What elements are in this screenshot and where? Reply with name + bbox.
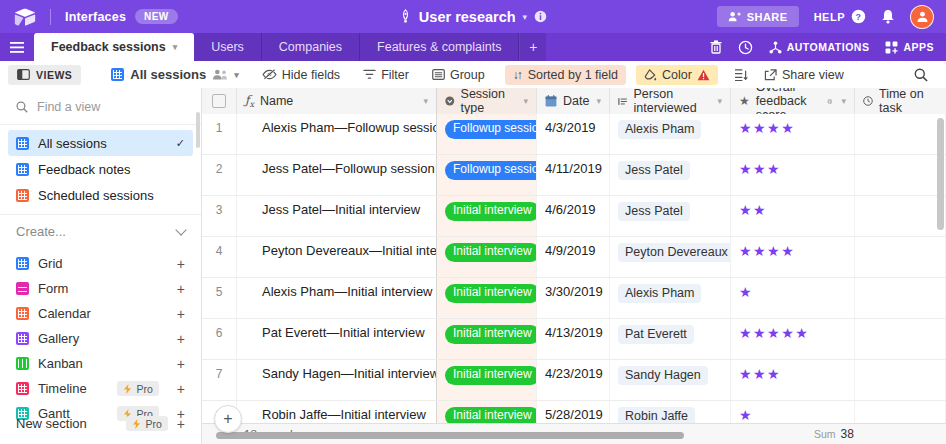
tab-users[interactable]: Users bbox=[194, 33, 262, 61]
cell-person-interviewed[interactable]: Jess Patel bbox=[610, 155, 731, 195]
user-avatar[interactable] bbox=[910, 5, 934, 29]
cell-person-interviewed[interactable]: Peyton Devereaux bbox=[610, 237, 731, 277]
cell-feedback-score[interactable]: ★★★★ bbox=[731, 237, 855, 277]
find-a-view[interactable]: Find a view bbox=[0, 95, 201, 125]
help-button[interactable]: HELP ? bbox=[814, 9, 866, 24]
sidebar-view-item[interactable]: All sessions ✓ bbox=[8, 130, 193, 156]
sidebar-view-item[interactable]: Feedback notes bbox=[8, 156, 193, 182]
tab-caret-icon[interactable]: ▾ bbox=[173, 42, 178, 52]
cell-name[interactable]: Peyton Devereaux—Initial interview bbox=[237, 237, 437, 277]
cell-person-interviewed[interactable]: Sandy Hagen bbox=[610, 360, 731, 400]
cell-time-on-task[interactable] bbox=[855, 114, 946, 154]
create-view-item[interactable]: Calendar + bbox=[0, 301, 201, 326]
column-caret-icon[interactable]: ▾ bbox=[423, 96, 428, 106]
cell-session-type[interactable]: Initial interview bbox=[437, 401, 537, 424]
star-rating[interactable]: ★★★ bbox=[739, 366, 781, 382]
add-table-button[interactable]: + bbox=[520, 33, 546, 61]
table-row[interactable]: 6 Pat Everett—Initial interview Initial … bbox=[202, 319, 946, 360]
cell-name[interactable]: Pat Everett—Initial interview bbox=[237, 319, 437, 359]
trash-icon[interactable] bbox=[710, 40, 722, 54]
cell-time-on-task[interactable] bbox=[855, 155, 946, 195]
tab-companies[interactable]: Companies bbox=[262, 33, 360, 61]
cell-person-interviewed[interactable]: Alexis Pham bbox=[610, 114, 731, 154]
cell-time-on-task[interactable] bbox=[855, 401, 946, 424]
cell-session-type[interactable]: Initial interview bbox=[437, 196, 537, 236]
cell-feedback-score[interactable]: ★★★ bbox=[731, 155, 855, 195]
color-button[interactable]: Color bbox=[636, 65, 718, 85]
column-header-person-interviewed[interactable]: Person interviewed ▾ bbox=[610, 88, 731, 114]
base-title[interactable]: User research bbox=[419, 9, 516, 25]
cell-person-interviewed[interactable]: Jess Patel bbox=[610, 196, 731, 236]
cell-session-type[interactable]: Initial interview bbox=[437, 319, 537, 359]
cell-name[interactable]: Alexis Pham—Followup session bbox=[237, 114, 437, 154]
cell-date[interactable]: 3/30/2019 bbox=[537, 278, 610, 318]
create-view-item[interactable]: Grid + bbox=[0, 251, 201, 276]
cell-feedback-score[interactable]: ★ bbox=[731, 278, 855, 318]
star-rating[interactable]: ★★★★★ bbox=[739, 325, 809, 341]
column-header-time-on-task[interactable]: Time on task bbox=[855, 88, 946, 114]
apps-button[interactable]: APPS bbox=[885, 41, 934, 54]
cell-name[interactable]: Alexis Pham—Initial interview bbox=[237, 278, 437, 318]
create-view-item[interactable]: Kanban + bbox=[0, 351, 201, 376]
cell-person-interviewed[interactable]: Robin Jaffe bbox=[610, 401, 731, 424]
star-rating[interactable]: ★ bbox=[739, 407, 753, 423]
cell-name[interactable]: Robin Jaffe—Initial interview bbox=[237, 401, 437, 424]
sidebar-scrollbar[interactable] bbox=[196, 112, 200, 148]
column-header-session-type[interactable]: Session type ▾ bbox=[437, 88, 537, 114]
hamburger-icon[interactable] bbox=[0, 33, 34, 61]
select-all-checkbox[interactable] bbox=[212, 94, 226, 108]
tab-feedback-sessions[interactable]: Feedback sessions▾ bbox=[34, 33, 194, 61]
share-button[interactable]: SHARE bbox=[717, 6, 799, 27]
interfaces-label[interactable]: Interfaces bbox=[65, 10, 126, 24]
cell-feedback-score[interactable]: ★★ bbox=[731, 196, 855, 236]
add-record-button[interactable]: + bbox=[214, 405, 242, 433]
create-view-item[interactable]: Timeline Pro + bbox=[0, 376, 201, 401]
cell-session-type[interactable]: Followup session bbox=[437, 114, 537, 154]
column-caret-icon[interactable]: ▾ bbox=[717, 96, 722, 106]
view-switcher[interactable]: All sessions ▾ bbox=[111, 67, 238, 82]
column-caret-icon[interactable]: ▾ bbox=[841, 96, 846, 106]
cell-session-type[interactable]: Initial interview bbox=[437, 237, 537, 277]
add-section-icon[interactable]: + bbox=[177, 417, 185, 431]
search-button[interactable] bbox=[914, 68, 928, 82]
column-header-name[interactable]: ƒx Name ▾ bbox=[237, 88, 437, 114]
table-row[interactable]: 5 Alexis Pham—Initial interview Initial … bbox=[202, 278, 946, 319]
table-row[interactable]: 3 Jess Patel—Initial interview Initial i… bbox=[202, 196, 946, 237]
column-header-overall-feedback-score[interactable]: ★ Overall feedback score ▾ bbox=[731, 88, 855, 114]
cell-name[interactable]: Jess Patel—Followup session bbox=[237, 155, 437, 195]
views-toggle-button[interactable]: VIEWS bbox=[8, 65, 81, 85]
row-height-button[interactable] bbox=[734, 69, 748, 81]
table-row[interactable]: 4 Peyton Devereaux—Initial interview Ini… bbox=[202, 237, 946, 278]
column-caret-icon[interactable]: ▾ bbox=[523, 96, 528, 106]
airtable-logo[interactable] bbox=[14, 8, 36, 26]
table-row[interactable]: 7 Sandy Hagen—Initial interview Initial … bbox=[202, 360, 946, 401]
add-view-icon[interactable]: + bbox=[177, 257, 185, 271]
cell-date[interactable]: 4/6/2019 bbox=[537, 196, 610, 236]
group-button[interactable]: Group bbox=[432, 68, 485, 82]
cell-feedback-score[interactable]: ★ bbox=[731, 401, 855, 424]
cell-feedback-score[interactable]: ★★★ bbox=[731, 360, 855, 400]
cell-date[interactable]: 5/28/2019 bbox=[537, 401, 610, 424]
cell-time-on-task[interactable] bbox=[855, 196, 946, 236]
horizontal-scrollbar[interactable] bbox=[216, 432, 684, 439]
cell-date[interactable]: 4/9/2019 bbox=[537, 237, 610, 277]
table-row[interactable]: 2 Jess Patel—Followup session Followup s… bbox=[202, 155, 946, 196]
bell-icon[interactable] bbox=[881, 9, 895, 24]
add-view-icon[interactable]: + bbox=[177, 382, 185, 396]
select-all-cell[interactable] bbox=[202, 88, 237, 114]
create-view-item[interactable]: Gallery + bbox=[0, 326, 201, 351]
cell-time-on-task[interactable] bbox=[855, 237, 946, 277]
create-section-toggle[interactable]: Create... bbox=[0, 215, 201, 241]
star-rating[interactable]: ★ bbox=[739, 284, 753, 300]
add-view-icon[interactable]: + bbox=[177, 307, 185, 321]
add-view-icon[interactable]: + bbox=[177, 357, 185, 371]
score-summary[interactable]: Sum 38 bbox=[814, 424, 854, 444]
cell-feedback-score[interactable]: ★★★★★ bbox=[731, 319, 855, 359]
new-section-button[interactable]: New section Pro + bbox=[0, 416, 201, 431]
vertical-scrollbar[interactable] bbox=[937, 118, 944, 230]
share-view-button[interactable]: Share view bbox=[764, 68, 844, 82]
info-icon[interactable] bbox=[534, 10, 547, 23]
add-view-icon[interactable]: + bbox=[177, 332, 185, 346]
cell-person-interviewed[interactable]: Alexis Pham bbox=[610, 278, 731, 318]
info-icon[interactable] bbox=[827, 96, 833, 107]
